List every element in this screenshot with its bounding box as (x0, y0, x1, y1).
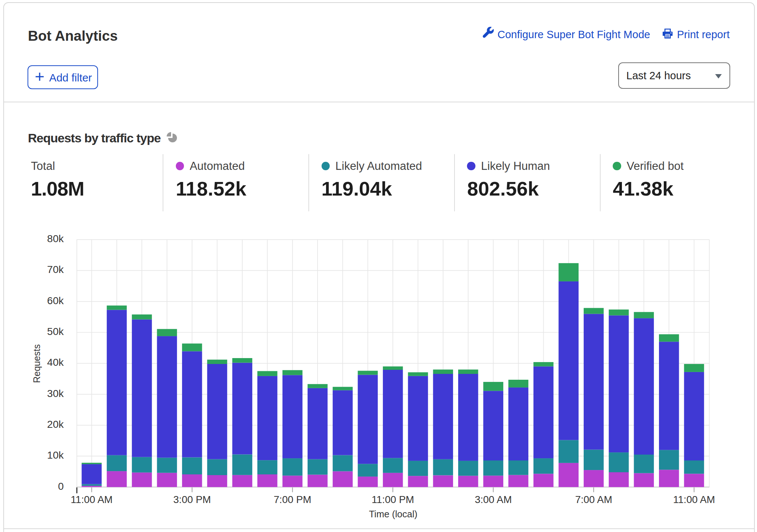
svg-text:20k: 20k (47, 419, 64, 430)
svg-text:10k: 10k (47, 449, 64, 461)
svg-text:Time (local): Time (local) (369, 509, 417, 519)
svg-text:3:00 AM: 3:00 AM (475, 494, 512, 505)
svg-text:0: 0 (58, 481, 64, 492)
svg-text:11:00 AM: 11:00 AM (71, 494, 113, 505)
svg-text:50k: 50k (47, 326, 64, 337)
svg-text:Requests: Requests (32, 344, 42, 383)
svg-text:70k: 70k (47, 264, 64, 275)
svg-text:7:00 AM: 7:00 AM (575, 494, 612, 505)
svg-text:80k: 80k (47, 233, 64, 244)
svg-text:7:00 PM: 7:00 PM (274, 494, 311, 505)
svg-text:11:00 PM: 11:00 PM (372, 494, 414, 505)
svg-text:3:00 PM: 3:00 PM (173, 494, 211, 505)
svg-text:60k: 60k (47, 295, 64, 306)
svg-text:11:00 AM: 11:00 AM (673, 494, 715, 505)
svg-text:40k: 40k (47, 357, 64, 368)
svg-text:30k: 30k (47, 388, 64, 399)
